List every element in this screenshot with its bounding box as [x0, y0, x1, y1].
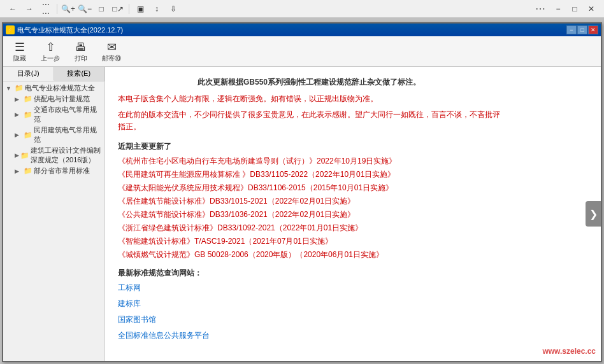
email-button[interactable]: ✉ 邮寄⑩: [97, 38, 126, 65]
email-label: 邮寄⑩: [102, 54, 121, 63]
main-area: 目录(J) 搜索(E) ▼ 📁 电气专业标准规范大全 ▶ 📁 供配电与计量规范: [3, 67, 601, 361]
expand-icon-2: ▶: [15, 111, 22, 118]
maximize-button[interactable]: □: [567, 2, 582, 16]
recent-item-5[interactable]: 《浙江省绿色建筑设计标准》DB33/1092-2021（2022年01月01日实…: [118, 223, 500, 234]
tree-item-provincial[interactable]: ▶ 📁 部分省市常用标准: [13, 165, 103, 176]
tree-item-root[interactable]: ▼ 📁 电气专业标准规范大全: [4, 83, 103, 94]
tab-search[interactable]: 搜索(E): [54, 67, 105, 81]
recent-item-7[interactable]: 《城镇燃气设计规范》GB 50028-2006（2020年版）（2020年06月…: [118, 249, 500, 260]
tree-label-1: 供配电与计量规范: [34, 94, 90, 104]
tree-item-design[interactable]: ▶ 📁 建筑工程设计文件编制深度规定（2016版）: [13, 145, 103, 165]
recent-item-3[interactable]: 《居住建筑节能设计标准》DB33/1015-2021（2022年02月01日实施…: [118, 196, 500, 207]
next-arrow-button[interactable]: ❯: [586, 201, 601, 227]
tree-label-5: 部分省市常用标准: [34, 166, 90, 176]
hide-label: 隐藏: [13, 54, 26, 63]
toolbar: ☰ 隐藏 ⇧ 上一步 🖶 打印 ✉ 邮寄⑩: [3, 36, 601, 67]
tree-indent-1: ▶ 📁 供配电与计量规范 ▶ 📁 交通市政电气常用规范 ▶ 📁 民用建筑电气常用…: [4, 94, 103, 176]
tree-label-2: 交通市政电气常用规范: [34, 105, 102, 124]
app-window: ⚡ 电气专业标准规范大全(2022.12.7) − □ ✕ ☰ 隐藏 ⇧ 上一步…: [2, 22, 602, 362]
links-title: 最新标准规范查询网站：: [118, 268, 500, 279]
recent-item-0[interactable]: 《杭州市住宅小区电动自行车充电场所建造导则（试行）》2022年10月19日实施》: [118, 156, 500, 167]
expand-icon-1: ▶: [15, 96, 22, 102]
link-national[interactable]: 全国标准信息公共服务平台: [118, 330, 500, 341]
print-label: 打印: [75, 54, 87, 63]
close-button[interactable]: ✕: [584, 2, 599, 16]
prev-label: 上一步: [41, 54, 60, 63]
tree-label-3: 民用建筑电气常用规范: [34, 125, 102, 144]
folder-icon-5: 📁: [24, 167, 32, 175]
zoom-in-button[interactable]: 🔍+: [61, 2, 76, 16]
sidebar: 目录(J) 搜索(E) ▼ 📁 电气专业标准规范大全 ▶ 📁 供配电与计量规范: [3, 67, 105, 361]
email-icon: ✉: [107, 40, 117, 54]
back-button[interactable]: ←: [5, 2, 20, 16]
app-icon: ⚡: [6, 25, 15, 34]
copy-button[interactable]: ▣: [133, 2, 148, 16]
recent-item-6[interactable]: 《智能建筑设计标准》T/ASC19-2021（2021年07月01日实施》: [118, 236, 500, 247]
notice2: 在此前的版本交流中，不少同行提供了很多宝贵意见，在此表示感谢。望广大同行一如既往…: [118, 109, 500, 133]
content-area: 此次更新根据GB550系列强制性工程建设规范辞止杂文做了标注。 本电子版含集个人…: [105, 67, 601, 361]
tree-item-traffic[interactable]: ▶ 📁 交通市政电气常用规范: [13, 104, 103, 125]
forward-button[interactable]: →: [22, 2, 37, 16]
minimize-button[interactable]: −: [550, 2, 566, 16]
link-gongbiao[interactable]: 工标网: [118, 283, 500, 293]
tree-item-power[interactable]: ▶ 📁 供配电与计量规范: [13, 94, 103, 104]
app-title: 电气专业标准规范大全(2022.12.7): [17, 25, 123, 35]
expand-icon-4: ▶: [15, 152, 19, 158]
hide-icon: ☰: [15, 40, 25, 54]
content-wrapper: 此次更新根据GB550系列强制性工程建设规范辞止杂文做了标注。 本电子版含集个人…: [118, 77, 500, 341]
link-jianbiao[interactable]: 建标库: [118, 298, 500, 309]
folder-icon-1: 📁: [24, 95, 32, 103]
recent-item-2[interactable]: 《建筑太阳能光伏系统应用技术规程》DB33/1106-2015（2015年10月…: [118, 183, 500, 193]
recent-item-1[interactable]: 《民用建筑可再生能源应用核算标准 》DB33/1105-2022（2022年10…: [118, 169, 500, 180]
expand-icon-5: ▶: [15, 168, 22, 174]
watermark: www.szelec.cc: [542, 347, 596, 356]
folder-icon-4: 📁: [20, 151, 29, 160]
expand-icon-3: ▶: [15, 132, 22, 138]
folder-icon-3: 📁: [24, 131, 32, 139]
sidebar-tree: ▼ 📁 电气专业标准规范大全 ▶ 📁 供配电与计量规范 ▶ 📁 交通市政电气常用…: [3, 81, 104, 361]
link-library[interactable]: 国家图书馆: [118, 314, 500, 325]
more-button[interactable]: ⋯: [531, 3, 549, 15]
transform-button[interactable]: ↕: [149, 2, 164, 16]
print-button[interactable]: 🖶 打印: [67, 38, 95, 65]
print-icon: 🖶: [75, 40, 87, 54]
notice1: 本电子版含集个人能力有限，逻辑在断强免。如有错误，以正规出版物为准。: [118, 93, 500, 105]
app-maximize-button[interactable]: □: [577, 25, 587, 34]
tab-toc[interactable]: 目录(J): [3, 67, 54, 81]
folder-icon: 📁: [15, 84, 24, 92]
separator-2: [129, 4, 129, 14]
app-title-controls: − □ ✕: [566, 25, 598, 34]
app-title-left: ⚡ 电气专业标准规范大全(2022.12.7): [6, 25, 123, 35]
grid-button[interactable]: ⋅⋅⋅⋅⋅⋅: [38, 2, 54, 16]
prev-button[interactable]: ⇧ 上一步: [36, 38, 64, 65]
bold-notice: 此次更新根据GB550系列强制性工程建设规范辞止杂文做了标注。: [118, 77, 500, 88]
recent-title: 近期主要更新了: [118, 141, 500, 152]
tree-label-root: 电气专业标准规范大全: [25, 83, 95, 93]
edit-button[interactable]: □↗: [110, 2, 126, 16]
tree-item-civil[interactable]: ▶ 📁 民用建筑电气常用规范: [13, 125, 103, 145]
app-minimize-button[interactable]: −: [566, 25, 577, 34]
zoom-out-button[interactable]: 🔍−: [77, 2, 92, 16]
system-nav-bar: ← → ⋅⋅⋅⋅⋅⋅ 🔍+ 🔍− □ □↗ ▣ ↕ ⇩ ⋯ − □ ✕: [0, 0, 604, 18]
separator-1: [57, 4, 57, 14]
app-title-bar: ⚡ 电气专业标准规范大全(2022.12.7) − □ ✕: [3, 24, 601, 36]
expand-icon: ▼: [6, 85, 13, 92]
download-button[interactable]: ⇩: [166, 2, 181, 16]
recent-item-4[interactable]: 《公共建筑节能设计标准》DB33/1036-2021（2022年02月01日实施…: [118, 209, 500, 220]
folder-icon-2: 📁: [24, 111, 32, 119]
prev-icon: ⇧: [46, 40, 55, 54]
sidebar-tabs: 目录(J) 搜索(E): [3, 67, 104, 81]
hide-button[interactable]: ☰ 隐藏: [6, 38, 34, 65]
app-close-button[interactable]: ✕: [588, 25, 598, 34]
window-button[interactable]: □: [94, 2, 109, 16]
tree-label-4: 建筑工程设计文件编制深度规定（2016版）: [31, 146, 102, 165]
